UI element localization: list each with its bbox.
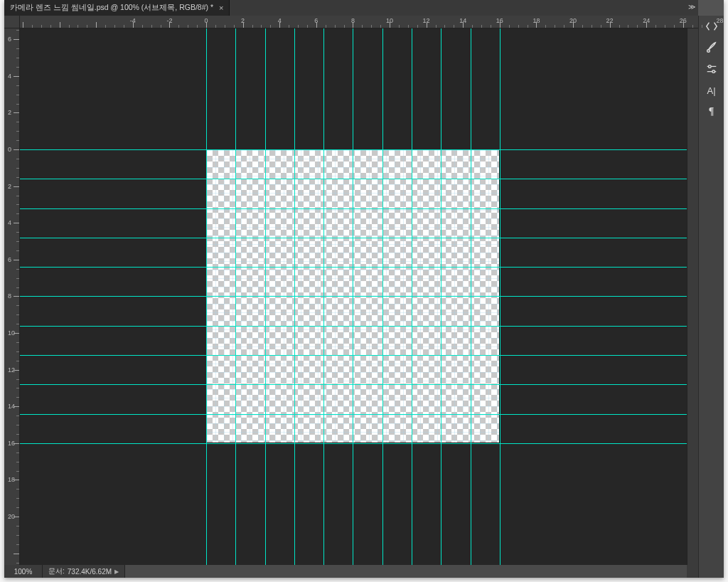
horizontal-guide[interactable]: [20, 296, 687, 297]
horizontal-guide[interactable]: [20, 208, 687, 209]
horizontal-guide[interactable]: [20, 355, 687, 356]
vertical-ruler[interactable]: 64202468101214161820: [4, 28, 20, 565]
horizontal-guide[interactable]: [20, 414, 687, 415]
paragraph-panel-icon[interactable]: ¶: [699, 101, 724, 122]
status-scrub-area[interactable]: [124, 565, 687, 578]
horizontal-guide[interactable]: [20, 179, 687, 179]
horizontal-guide[interactable]: [20, 326, 687, 327]
horizontal-guide[interactable]: [20, 384, 687, 385]
sliders-icon[interactable]: [699, 58, 724, 80]
horizontal-guide[interactable]: [20, 238, 687, 238]
horizontal-guide[interactable]: [20, 149, 687, 150]
horizontal-guide[interactable]: [20, 443, 687, 444]
horizontal-ruler[interactable]: -4-20246810121416182022242628: [20, 16, 698, 28]
svg-point-2: [712, 70, 714, 73]
status-bar: 100% 문서: 732.4K/6.62M ▶: [4, 565, 687, 578]
document-tab[interactable]: 카메라 렌즈 느낌 썸네일.psd @ 100% (서브제목, RGB/8#) …: [4, 0, 230, 16]
tab-overflow-icon[interactable]: ≫: [688, 3, 695, 11]
zoom-level-field[interactable]: 100%: [4, 565, 43, 578]
document-tab-bar: 카메라 렌즈 느낌 썸네일.psd @ 100% (서브제목, RGB/8#) …: [4, 0, 698, 16]
vertical-scrollbar[interactable]: [687, 28, 698, 565]
scrollbar-corner: [687, 565, 698, 578]
ruler-origin[interactable]: [4, 16, 20, 28]
document-tab-title: 카메라 렌즈 느낌 썸네일.psd @ 100% (서브제목, RGB/8#) …: [10, 3, 213, 13]
right-panel-dock: A| ¶: [698, 16, 724, 578]
svg-point-0: [707, 50, 710, 53]
document-size-readout[interactable]: 문서: 732.4K/6.62M ▶: [43, 566, 124, 576]
svg-point-1: [708, 65, 711, 68]
application-window: 카메라 렌즈 느낌 썸네일.psd @ 100% (서브제목, RGB/8#) …: [4, 0, 724, 578]
character-panel-icon[interactable]: A|: [699, 80, 724, 101]
close-tab-button[interactable]: ×: [219, 4, 223, 12]
horizontal-guide[interactable]: [20, 267, 687, 268]
brush-settings-icon[interactable]: [699, 37, 724, 58]
chevron-right-icon: ▶: [114, 568, 119, 575]
canvas-viewport[interactable]: [20, 28, 687, 565]
